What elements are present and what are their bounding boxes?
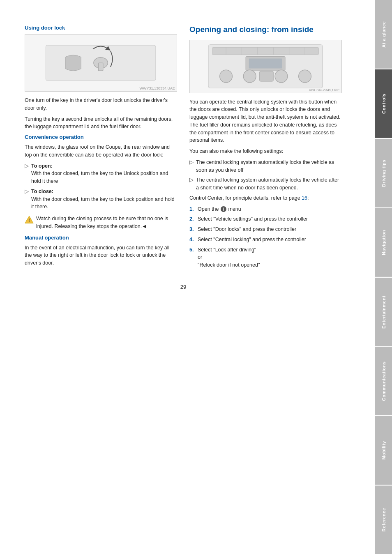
step-1: 1. Open the i menu (189, 205, 342, 213)
step-5-text: Select "Lock after driving"or"Relock doo… (198, 246, 260, 269)
sidebar-tab-reference[interactable]: Reference (375, 486, 392, 554)
bullet-to-open-label: To open: (31, 163, 53, 169)
door-lock-body2: Turning the key a second time unlocks al… (25, 115, 177, 131)
warning-box: ! Watch during the closing process to be… (25, 215, 177, 230)
manual-operation-body: In the event of an electrical malfunctio… (25, 244, 177, 267)
step-4-num: 4. (189, 236, 195, 244)
sidebar-tab-driving-tips[interactable]: Driving tips (375, 139, 392, 207)
step-2-num: 2. (189, 215, 195, 223)
step-2: 2. Select "Vehicle settings" and press t… (189, 215, 342, 223)
central-locking-image: VNC34F2345,UAE (189, 40, 342, 93)
bullet-to-open-text: With the door closed, turn the key to th… (31, 170, 168, 184)
bullet-arrow-3: ▷ (189, 159, 194, 174)
using-door-lock-heading: Using door lock (25, 25, 177, 31)
svg-point-15 (220, 70, 233, 83)
svg-point-18 (275, 70, 288, 83)
i-menu-icon: i (221, 206, 226, 212)
step-1-text: Open the i menu (198, 205, 241, 213)
step-2-text: Select "Vehicle settings" and press the … (198, 215, 308, 223)
convenience-operation-heading: Convenience operation (25, 134, 177, 140)
step-1-num: 1. (189, 205, 195, 213)
bullet-to-close-text: With the door closed, turn the key to th… (31, 196, 175, 210)
bullet-to-close: ▷ To close: With the door closed, turn t… (25, 188, 177, 211)
step-3-text: Select "Door locks" and press the contro… (198, 226, 296, 233)
right-column: Opening and closing: from inside (189, 25, 342, 272)
step-3-num: 3. (189, 226, 195, 233)
step-5-num: 5. (189, 246, 195, 269)
central-locking-body1: You can operate the central locking syst… (189, 98, 342, 145)
svg-rect-17 (260, 71, 274, 81)
sidebar-tab-at-a-glance[interactable]: At a glance (375, 0, 392, 69)
page-number: 29 (25, 284, 342, 290)
image-caption-1: WWY31,130334,UAE (139, 86, 175, 90)
sidebar-tab-communications[interactable]: Communications (375, 347, 392, 415)
manual-operation-heading: Manual operation (25, 235, 177, 241)
convenience-operation-body: The windows, the glass roof on the Coupe… (25, 143, 177, 159)
door-lock-body1: One turn of the key in the driver's door… (25, 97, 177, 112)
svg-rect-6 (212, 48, 319, 55)
central-locking-body2: You can also make the following settings… (189, 147, 342, 155)
left-column: Using door lock (25, 25, 177, 272)
bullet-auto-lock-drive: ▷ The central locking system automatical… (189, 159, 342, 174)
svg-point-16 (244, 70, 256, 83)
sidebar: At a glance Controls Driving tips Naviga… (375, 0, 392, 555)
step-4-text: Select "Central locking" and press the c… (198, 236, 306, 244)
door-lock-image: WWY31,130334,UAE (25, 34, 177, 92)
control-center-text: Control Center, for principle details, r… (189, 194, 342, 202)
step-3: 3. Select "Door locks" and press the con… (189, 226, 342, 233)
bullet-auto-lock-drive-text: The central locking system automatically… (196, 159, 342, 174)
bullet-to-close-label: To close: (31, 189, 53, 194)
bullet-arrow-1: ▷ (25, 162, 29, 185)
bullet-auto-lock-time: ▷ The central locking system automatical… (189, 176, 342, 192)
warning-icon: ! (25, 215, 34, 224)
bullet-arrow-4: ▷ (189, 176, 194, 192)
sidebar-tab-navigation[interactable]: Navigation (375, 208, 392, 277)
opening-closing-heading: Opening and closing: from inside (189, 25, 342, 35)
bullet-to-open: ▷ To open: With the door closed, turn th… (25, 162, 177, 185)
svg-rect-2 (99, 63, 103, 71)
step-5: 5. Select "Lock after driving"or"Relock … (189, 246, 342, 269)
bullet-arrow-2: ▷ (25, 188, 29, 211)
numbered-steps: 1. Open the i menu 2. Select "Vehicle se… (189, 205, 342, 269)
bullet-auto-lock-time-text: The central locking system automatically… (196, 176, 342, 192)
svg-point-19 (299, 70, 311, 83)
svg-rect-14 (249, 58, 282, 68)
svg-text:!: ! (28, 218, 30, 223)
step-4: 4. Select "Central locking" and press th… (189, 236, 342, 244)
sidebar-tab-entertainment[interactable]: Entertainment (375, 278, 392, 346)
sidebar-tab-controls[interactable]: Controls (375, 69, 392, 138)
warning-text: Watch during the closing process to be s… (36, 215, 177, 230)
sidebar-tab-mobility[interactable]: Mobility (375, 416, 392, 485)
image-caption-2: VNC34F2345,UAE (309, 88, 340, 92)
page-ref-link[interactable]: 16 (302, 195, 307, 201)
